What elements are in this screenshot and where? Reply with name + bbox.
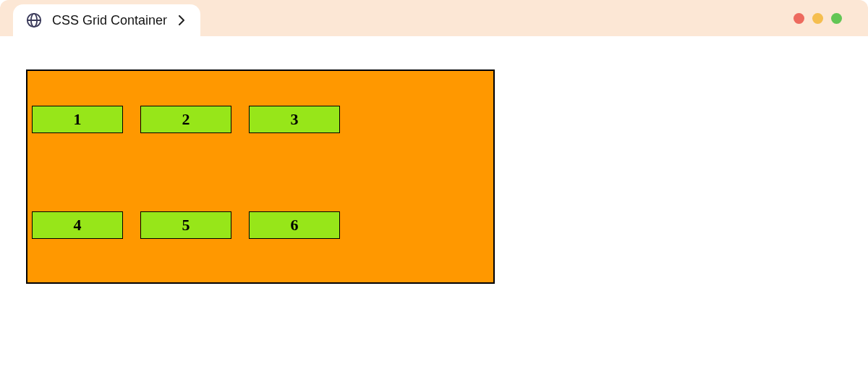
tab-area: CSS Grid Container <box>13 0 200 36</box>
chevron-right-icon <box>177 16 186 25</box>
browser-chrome: CSS Grid Container <box>0 0 868 36</box>
grid-item: 2 <box>140 106 231 133</box>
grid-item: 4 <box>32 211 123 239</box>
page-content: 1 2 3 4 5 6 <box>0 36 868 284</box>
globe-icon <box>26 12 42 28</box>
grid-item: 5 <box>140 211 231 239</box>
grid-item: 6 <box>249 211 340 239</box>
window-minimize-icon[interactable] <box>812 13 823 24</box>
window-controls <box>793 13 842 24</box>
tab-title: CSS Grid Container <box>52 13 167 28</box>
grid-item: 3 <box>249 106 340 133</box>
window-maximize-icon[interactable] <box>831 13 842 24</box>
window-close-icon[interactable] <box>793 13 804 24</box>
browser-tab[interactable]: CSS Grid Container <box>13 4 200 36</box>
grid-item: 1 <box>32 106 123 133</box>
css-grid-container: 1 2 3 4 5 6 <box>26 69 495 284</box>
